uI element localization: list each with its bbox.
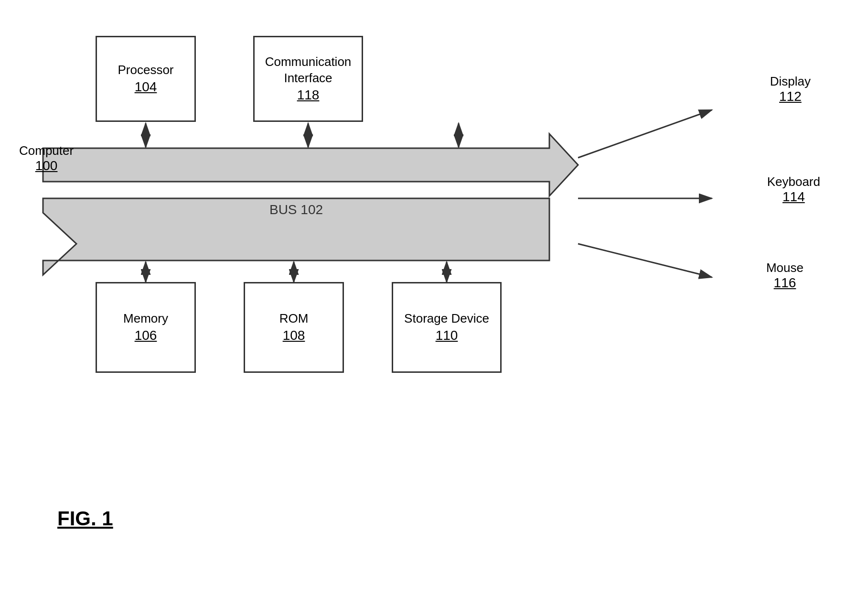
svg-marker-4 <box>43 134 578 196</box>
memory-label: Memory <box>123 311 168 327</box>
rom-label: ROM <box>279 311 309 327</box>
memory-box: Memory 106 <box>96 282 196 373</box>
storage-label: Storage Device <box>404 311 489 327</box>
comm-interface-box: Communication Interface 118 <box>253 36 363 122</box>
bus-mouse-connector <box>578 244 712 277</box>
keyboard-label: Keyboard 114 <box>767 174 820 205</box>
figure-label: FIG. 1 <box>57 507 113 530</box>
comm-label: Communication Interface <box>255 54 362 87</box>
processor-box: Processor 104 <box>96 36 196 122</box>
rom-ref: 108 <box>283 327 305 344</box>
bus-label: BUS 102 <box>269 202 323 217</box>
processor-ref: 104 <box>135 78 157 96</box>
display-label: Display 112 <box>770 74 811 104</box>
diagram-container: BUS 102 Processor 104 Communication Inte… <box>0 0 868 597</box>
storage-ref: 110 <box>436 327 458 344</box>
comm-ref: 118 <box>297 87 320 104</box>
rom-box: ROM 108 <box>244 282 344 373</box>
storage-box: Storage Device 110 <box>392 282 502 373</box>
memory-ref: 106 <box>135 327 157 344</box>
mouse-label: Mouse 116 <box>766 261 804 291</box>
bus-display-connector <box>578 110 712 158</box>
processor-label: Processor <box>118 62 173 78</box>
computer-label: Computer 100 <box>19 143 74 174</box>
